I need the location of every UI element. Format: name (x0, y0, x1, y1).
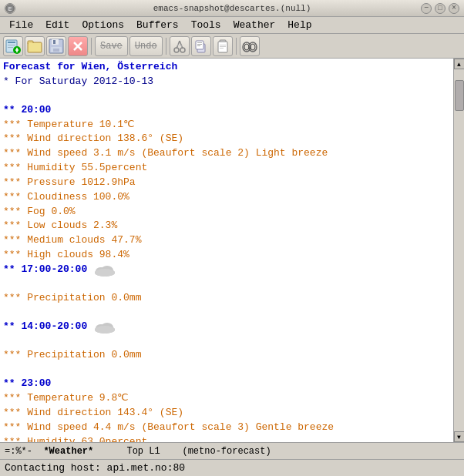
editor-line (3, 89, 450, 103)
new-file-button[interactable] (3, 36, 23, 56)
editor-line: * For Saturday 2012-10-13 (3, 75, 450, 89)
menu-file[interactable]: File (3, 18, 39, 32)
toolbar-sep-2 (166, 38, 166, 55)
svg-point-43 (95, 269, 115, 277)
svg-rect-31 (220, 41, 225, 42)
svg-rect-3 (8, 42, 15, 43)
cloud-icon (87, 321, 116, 333)
svg-rect-28 (197, 45, 200, 46)
menu-buffers[interactable]: Buffers (130, 18, 185, 32)
svg-point-39 (250, 44, 255, 50)
copy-button[interactable] (191, 36, 211, 56)
editor-line: *** Wind direction 138.6° (SE) (3, 132, 450, 146)
save-label-button[interactable]: Save (95, 36, 128, 56)
titlebar: E emacs-snapshot@descartes.(null) − □ × (0, 0, 464, 17)
editor-line: ** 20:00 (3, 103, 450, 118)
svg-rect-4 (8, 45, 15, 45)
titlebar-controls: − □ × (421, 3, 459, 14)
editor-line (3, 363, 450, 377)
editor-area: Forecast for Wien, Österreich* For Satur… (0, 59, 464, 442)
minimize-button[interactable]: − (421, 3, 432, 14)
search-button[interactable] (240, 36, 260, 56)
paste-button[interactable] (213, 36, 233, 56)
editor-line: *** High clouds 98.4% (3, 248, 450, 263)
close-buffer-button[interactable] (68, 36, 88, 56)
undo-label-button[interactable]: Undo (129, 36, 163, 56)
editor-content[interactable]: Forecast for Wien, Österreich* For Satur… (0, 59, 453, 442)
editor-line: *** Temperature 9.8℃ (3, 391, 450, 406)
menu-tools[interactable]: Tools (185, 18, 227, 32)
editor-line: ** 23:00 (3, 377, 450, 391)
save-file-button[interactable] (46, 36, 66, 56)
scroll-up-arrow[interactable]: ▲ (454, 59, 465, 69)
titlebar-left: E (5, 3, 15, 14)
editor-line: *** Humidity 55.5percent (3, 161, 450, 176)
editor-line: *** Precipitation 0.0mm (3, 291, 450, 306)
statusbar: =:%*- *Weather* Top L1 (metno-forecast) (0, 442, 464, 459)
editor-line: *** Humidity 63.0percent (3, 435, 450, 442)
svg-rect-8 (16, 48, 18, 52)
editor-line: ** 14:00-20:00 (3, 320, 450, 334)
editor-line (3, 334, 450, 348)
scroll-down-arrow[interactable]: ▼ (454, 431, 465, 442)
editor-line: *** Wind speed 4.4 m/s (Beaufort scale 3… (3, 421, 450, 435)
editor-line: ** 17:00-20:00 (3, 263, 450, 277)
editor-line (3, 306, 450, 320)
status-text: =:%*- *Weather* Top L1 (metno-forecast) (5, 446, 459, 457)
close-button[interactable]: × (449, 3, 459, 14)
toolbar-sep-1 (91, 38, 92, 55)
editor-line: *** Temperature 10.1℃ (3, 118, 450, 132)
svg-rect-25 (196, 41, 203, 49)
cloud-icon (87, 263, 116, 275)
cut-button[interactable] (170, 36, 190, 56)
editor-line: *** Pressure 1012.9hPa (3, 176, 450, 190)
maximize-button[interactable]: □ (435, 3, 446, 14)
status-buffer-name: *Weather* (43, 446, 93, 457)
svg-rect-16 (53, 49, 59, 52)
window-title: emacs-snapshot@descartes.(null) (153, 4, 311, 13)
svg-rect-34 (220, 48, 224, 49)
echo-area: Contacting host: api.met.no:80 (0, 459, 464, 476)
app-menu-button[interactable]: E (5, 3, 15, 14)
svg-rect-11 (29, 43, 41, 52)
toolbar: Save Undo (0, 34, 464, 59)
svg-text:E: E (8, 6, 12, 12)
menu-edit[interactable]: Edit (39, 18, 76, 32)
editor-line: *** Medium clouds 47.7% (3, 233, 450, 248)
svg-point-47 (95, 326, 115, 334)
svg-rect-27 (197, 44, 202, 45)
editor-line: *** Low clouds 2.3% (3, 219, 450, 233)
echo-text: Contacting host: api.met.no:80 (5, 462, 185, 474)
toolbar-sep-3 (236, 38, 237, 55)
menu-weather[interactable]: Weather (227, 18, 282, 32)
editor-line (3, 277, 450, 291)
menu-options[interactable]: Options (76, 18, 130, 32)
menu-help[interactable]: Help (281, 18, 318, 32)
menubar: File Edit Options Buffers Tools Weather … (0, 17, 464, 34)
svg-point-38 (244, 44, 249, 50)
svg-rect-33 (220, 46, 226, 47)
editor-line: *** Cloudiness 100.0% (3, 190, 450, 205)
svg-rect-14 (53, 40, 55, 44)
scroll-thumb[interactable] (455, 80, 464, 111)
svg-rect-5 (8, 47, 13, 48)
editor-line: Forecast for Wien, Österreich (3, 60, 450, 75)
editor-line: *** Wind direction 143.4° (SE) (3, 406, 450, 421)
svg-rect-26 (197, 42, 202, 43)
scrollbar[interactable]: ▲ ▼ (453, 59, 464, 442)
svg-line-22 (180, 41, 183, 49)
open-file-button[interactable] (25, 36, 45, 56)
svg-rect-32 (220, 45, 226, 45)
editor-line: *** Wind speed 3.1 m/s (Beaufort scale 2… (3, 146, 450, 161)
editor-line: *** Fog 0.0% (3, 205, 450, 220)
editor-line: *** Precipitation 0.0mm (3, 348, 450, 363)
